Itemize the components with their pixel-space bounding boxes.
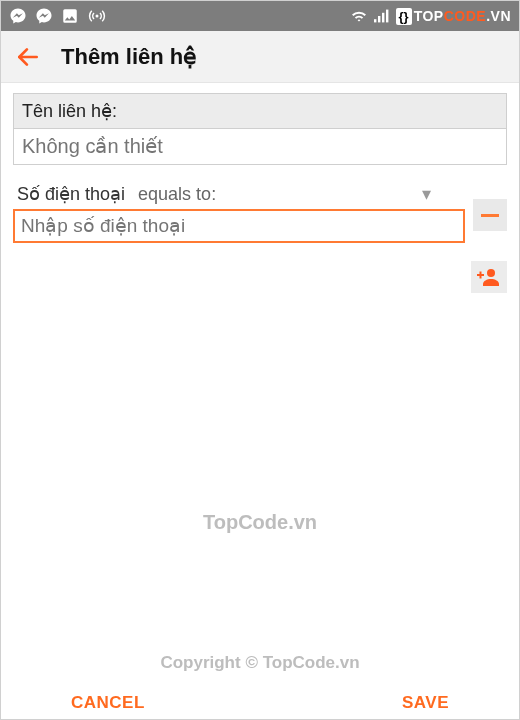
phone-block: Số điện thoại equals to: ▾: [13, 181, 507, 243]
phone-label: Số điện thoại: [17, 183, 125, 205]
equals-label: equals to:: [138, 184, 216, 205]
watermark-center: TopCode.vn: [1, 511, 519, 534]
add-row: [1, 243, 519, 293]
messenger-icon: [35, 7, 53, 25]
save-button[interactable]: SAVE: [402, 693, 449, 713]
phone-condition-dropdown[interactable]: Số điện thoại equals to: ▾: [13, 181, 465, 207]
name-label: Tên liên hệ:: [13, 93, 507, 129]
footer-actions: CANCEL SAVE: [1, 693, 519, 713]
svg-point-0: [96, 15, 99, 18]
page-title: Thêm liên hệ: [61, 44, 197, 70]
image-icon: [61, 7, 79, 25]
messenger-icon: [9, 7, 27, 25]
arrow-left-icon: [15, 44, 41, 70]
wifi-icon: [350, 9, 368, 23]
hotspot-icon: [87, 7, 107, 25]
brand-logo: {} TOPCODE.VN: [396, 8, 511, 25]
app-frame: {} TOPCODE.VN Thêm liên hệ Tên liên hệ: …: [0, 0, 520, 720]
back-button[interactable]: [13, 42, 43, 72]
remove-phone-button[interactable]: [473, 199, 507, 231]
phone-input[interactable]: [13, 209, 465, 243]
cancel-button[interactable]: CANCEL: [71, 693, 145, 713]
status-left: [9, 7, 107, 25]
svg-rect-8: [480, 272, 482, 279]
svg-rect-1: [374, 19, 376, 22]
brand-badge-icon: {}: [396, 8, 412, 25]
person-add-icon: [477, 267, 501, 287]
svg-rect-3: [382, 13, 384, 23]
svg-point-6: [487, 269, 495, 277]
svg-rect-2: [378, 16, 380, 22]
brand-text: TOPCODE.VN: [414, 8, 511, 24]
svg-rect-4: [386, 10, 388, 23]
app-bar: Thêm liên hệ: [1, 31, 519, 83]
caret-down-icon: ▾: [422, 183, 431, 205]
form-content: Tên liên hệ: Số điện thoại equals to: ▾: [1, 83, 519, 243]
minus-icon: [481, 214, 499, 217]
signal-icon: [374, 9, 390, 23]
status-right: {} TOPCODE.VN: [350, 8, 511, 25]
name-input[interactable]: [13, 129, 507, 165]
status-bar: {} TOPCODE.VN: [1, 1, 519, 31]
watermark-copyright: Copyright © TopCode.vn: [1, 653, 519, 673]
add-contact-button[interactable]: [471, 261, 507, 293]
